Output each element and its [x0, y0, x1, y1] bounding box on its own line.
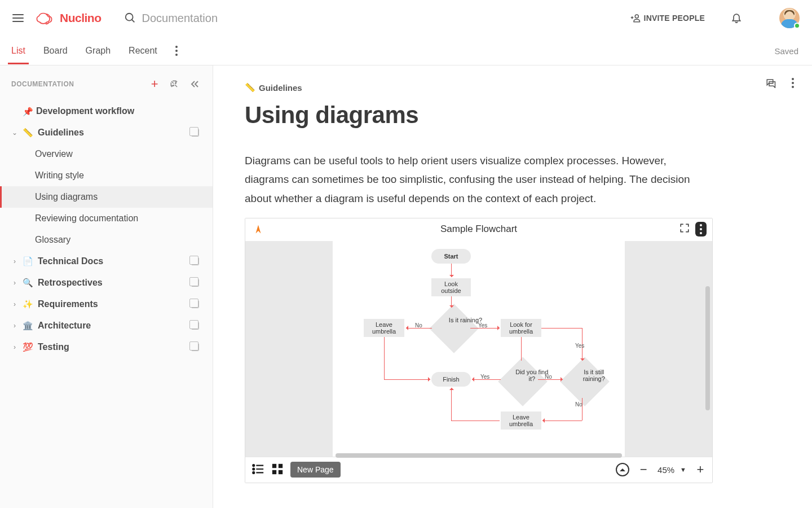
embed-view-grid-button[interactable]: [271, 463, 284, 477]
invite-people-button[interactable]: INVITE PEOPLE: [630, 13, 705, 23]
embed-zoom-fit-button[interactable]: [616, 463, 629, 476]
item-emoji: 💯: [23, 342, 33, 352]
collapse-sidebar-button[interactable]: [188, 77, 201, 91]
page-title[interactable]: Using diagrams: [245, 102, 780, 129]
search[interactable]: Documentation: [124, 12, 218, 25]
svg-rect-11: [279, 470, 283, 474]
chevron-down-icon: ⌄: [11, 129, 18, 137]
doc-more-button[interactable]: [792, 78, 794, 88]
sidebar-item-reviewing-documentation[interactable]: Reviewing documentation: [0, 208, 213, 229]
item-emoji: 📏: [23, 128, 33, 138]
search-placeholder: Documentation: [142, 12, 218, 25]
svg-rect-10: [272, 470, 276, 474]
chevron-right-icon: ›: [11, 279, 18, 287]
node-is-raining[interactable]: Is it raining?: [433, 309, 475, 348]
presence-indicator: [794, 23, 800, 29]
save-status: Saved: [774, 46, 798, 55]
comments-icon: [766, 78, 776, 88]
node-finish[interactable]: Finish: [431, 372, 471, 387]
embed-scrollbar-vertical[interactable]: [705, 286, 710, 410]
caret-down-icon: ▼: [680, 466, 686, 473]
document-content: 📏 Guidelines Using diagrams Diagrams can…: [213, 65, 812, 508]
sidebar-item-label: Architecture: [38, 321, 187, 331]
sidebar-item-label: Glossary: [35, 235, 199, 245]
list-icon: [252, 463, 264, 475]
sidebar-item-glossary[interactable]: Glossary: [0, 229, 213, 251]
embed-fullscreen-button[interactable]: [679, 223, 690, 236]
embed-view-list-button[interactable]: [252, 463, 264, 477]
sidebar-item-technical-docs[interactable]: ›📄Technical Docs: [0, 251, 213, 272]
sidebar-item-label: Reviewing documentation: [35, 213, 199, 224]
expand-icon: [170, 80, 179, 89]
svg-line-1: [131, 20, 134, 23]
breadcrumb[interactable]: 📏 Guidelines: [245, 82, 780, 93]
diagram-canvas[interactable]: Start Look outside Is it raining? Leave …: [245, 241, 712, 457]
svg-rect-8: [272, 464, 276, 468]
sidebar-item-architecture[interactable]: ›🏛️Architecture: [0, 315, 213, 336]
sidebar-item-label: Using diagrams: [35, 192, 199, 202]
sidebar-item-requirements[interactable]: ›✨Requirements: [0, 294, 213, 315]
sidebar-item-label: Development workflow: [36, 106, 199, 116]
search-icon: [124, 12, 136, 24]
sidebar-item-label: Technical Docs: [38, 256, 187, 266]
node-look-outside[interactable]: Look outside: [431, 278, 471, 296]
add-person-icon: [630, 13, 641, 23]
sidebar-item-overview[interactable]: Overview: [0, 143, 213, 165]
chevron-double-left-icon: [190, 80, 199, 89]
embed-new-page-button[interactable]: New Page: [290, 462, 341, 478]
tab-board[interactable]: Board: [43, 38, 68, 64]
embed-title: Sample Flowchart: [440, 224, 517, 235]
node-start[interactable]: Start: [431, 249, 471, 264]
sidebar-item-development-workflow[interactable]: 📌Development workflow: [0, 100, 213, 122]
tabs-more-button[interactable]: [175, 46, 178, 56]
embed-zoom-select[interactable]: 45% ▼: [657, 465, 686, 475]
item-emoji: 🔍: [23, 278, 33, 288]
node-leave-umbrella-2[interactable]: Leave umbrella: [501, 411, 541, 430]
breadcrumb-label: Guidelines: [259, 83, 302, 93]
node-leave-umbrella[interactable]: Leave umbrella: [364, 319, 404, 337]
sidebar-item-label: Retrospectives: [38, 278, 187, 288]
bell-icon: [731, 11, 742, 24]
svg-point-0: [125, 14, 133, 21]
edge-label-no-2: No: [545, 374, 552, 380]
tab-list[interactable]: List: [11, 38, 25, 64]
comments-button[interactable]: [766, 78, 776, 88]
doc-paragraph[interactable]: Diagrams can be useful tools to help ori…: [245, 151, 713, 208]
brain-icon: [36, 10, 55, 26]
copy-icon: [191, 322, 199, 330]
sidebar-item-retrospectives[interactable]: ›🔍Retrospectives: [0, 272, 213, 294]
sidebar-item-testing[interactable]: ›💯Testing: [0, 336, 213, 358]
notifications-button[interactable]: [731, 11, 742, 25]
chevron-right-icon: ›: [11, 257, 18, 265]
tab-graph[interactable]: Graph: [86, 38, 111, 64]
menu-button[interactable]: [12, 11, 26, 25]
embed-zoom-in-button[interactable]: +: [695, 462, 705, 477]
sidebar-item-guidelines[interactable]: ⌄📏Guidelines: [0, 122, 213, 143]
diagram-embed: Sample Flowchart Start Look ou: [245, 218, 713, 483]
embed-zoom-out-button[interactable]: −: [638, 462, 648, 477]
item-emoji: 📄: [23, 256, 33, 266]
breadcrumb-emoji: 📏: [245, 82, 255, 93]
item-emoji: ✨: [23, 299, 33, 309]
expand-tree-button[interactable]: [167, 77, 181, 91]
edge-label-yes-1: Yes: [478, 322, 487, 329]
edge-label-no-3: No: [575, 401, 582, 408]
edge-label-yes-2: Yes: [575, 343, 584, 349]
embed-more-button[interactable]: [695, 222, 707, 237]
node-did-find[interactable]: Did you find it?: [502, 362, 544, 401]
sidebar-item-using-diagrams[interactable]: Using diagrams: [0, 186, 213, 208]
sidebar-item-writing-style[interactable]: Writing style: [0, 165, 213, 186]
tab-recent[interactable]: Recent: [129, 38, 157, 64]
fullscreen-icon: [679, 223, 690, 233]
node-still-raining[interactable]: Is it still raining?: [564, 362, 606, 401]
chevron-right-icon: ›: [11, 322, 18, 330]
embed-scrollbar-horizontal[interactable]: [336, 453, 622, 458]
node-look-for-umbrella[interactable]: Look for umbrella: [501, 319, 541, 337]
brand-logo[interactable]: Nuclino: [36, 10, 102, 26]
sidebar: DOCUMENTATION + 📌Development workflow⌄📏G…: [0, 65, 213, 508]
sidebar-item-label: Requirements: [38, 299, 187, 309]
copy-icon: [191, 343, 199, 351]
add-page-button[interactable]: +: [149, 76, 161, 93]
user-avatar[interactable]: [764, 8, 800, 28]
svg-point-5: [253, 465, 254, 466]
